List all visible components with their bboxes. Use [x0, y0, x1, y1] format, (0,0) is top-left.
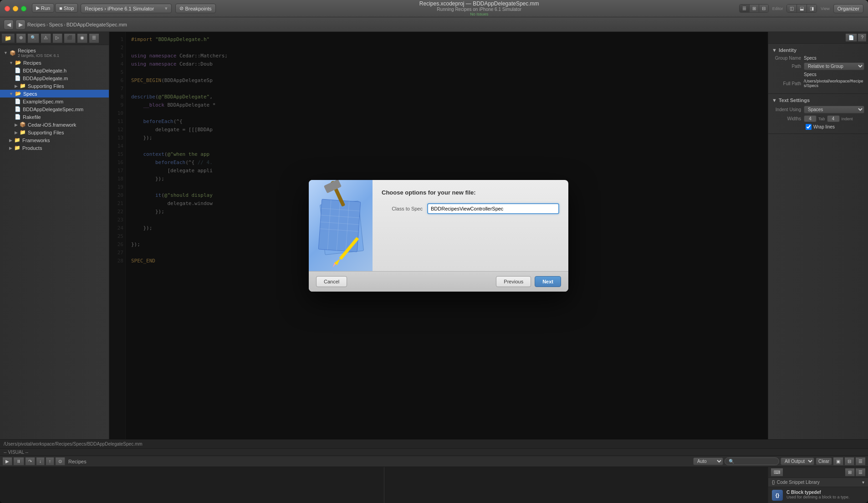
debug-play-button[interactable]: ▶ — [3, 457, 12, 465]
nav-forward-button[interactable]: ▶ — [15, 20, 26, 30]
folder-icon: 📁 — [14, 145, 20, 151]
folder-icon: 📁 — [14, 137, 20, 143]
breakpoint-nav-tab[interactable]: ◉ — [77, 34, 87, 43]
sidebar-item-bdddelegate-h[interactable]: 📄 BDDAppDelegate.h — [0, 67, 109, 74]
layout-btn-2[interactable]: ⊟ — [845, 457, 854, 465]
run-button[interactable]: ▶ Run — [32, 3, 54, 13]
log-nav-tab[interactable]: ☰ — [89, 34, 99, 43]
path-select[interactable]: Relative to Group — [804, 62, 864, 70]
layout-btn-3[interactable]: ☰ — [856, 457, 865, 465]
minimize-button[interactable] — [13, 6, 18, 11]
breadcrumb: Recipes › Specs › BDDAppDelegateSpec.mm — [27, 22, 127, 27]
nav-back-button[interactable]: ◀ — [4, 20, 14, 30]
assistant-editor-button[interactable]: ⊞ — [750, 5, 759, 12]
file-icon: 📄 — [15, 98, 21, 104]
find-nav-tab[interactable]: 🔍 — [28, 34, 39, 43]
width-inputs: Tab Indent — [804, 115, 864, 122]
snippet-icon-0: {} — [772, 490, 783, 501]
test-nav-tab[interactable]: ▷ — [53, 34, 62, 43]
debug-step-out-button[interactable]: ↑ — [46, 457, 54, 465]
hide-inspector-button[interactable]: ◨ — [807, 5, 817, 12]
close-button[interactable] — [5, 6, 10, 11]
version-editor-button[interactable]: ⊟ — [759, 5, 768, 12]
snippet-library-header: {} Code Snippet Library ▾ — [768, 478, 868, 487]
modal-title: Choose options for your new file: — [382, 189, 559, 196]
next-button[interactable]: Next — [535, 276, 561, 287]
breadcrumb-recipes[interactable]: Recipes — [27, 22, 46, 27]
sidebar-item-supporting-files-2[interactable]: ▶ 📁 Supporting Files — [0, 128, 109, 136]
snippet-item-0[interactable]: {} C Block typedef Used for defining a b… — [768, 487, 868, 503]
scheme-selector[interactable]: Recipes › iPhone 6.1 Simulator ▾ — [81, 4, 172, 13]
sidebar-item-bddspec[interactable]: 📄 BDDAppDelegateSpec.mm — [0, 105, 109, 113]
sidebar-item-bdddelegate-m[interactable]: 📄 BDDAppDelegate.m — [0, 74, 109, 82]
sidebar-item-specs[interactable]: ▼ 📂 Specs — [0, 90, 109, 98]
breakpoints-button[interactable]: ⊘ Breakpoints — [175, 4, 215, 13]
hide-navigator-button[interactable]: ◫ — [787, 5, 797, 12]
issue-nav-tab[interactable]: ⚠ — [41, 34, 51, 43]
blueprint-graphic — [311, 180, 370, 271]
secondary-toolbar: ◀ ▶ Recipes › Specs › BDDAppDelegateSpec… — [0, 17, 868, 32]
debug-location-button[interactable]: ⊙ — [56, 457, 65, 465]
class-to-spec-input[interactable] — [427, 203, 559, 214]
quick-help-tab[interactable]: ? — [858, 34, 866, 41]
modal-field-row: Class to Spec — [382, 203, 559, 214]
breadcrumb-specs[interactable]: Specs — [49, 22, 63, 27]
maximize-button[interactable] — [21, 6, 26, 11]
organizer-button[interactable]: Organizer — [833, 4, 863, 13]
search-input[interactable] — [725, 457, 779, 465]
folder-icon: 📁 — [20, 83, 26, 89]
debug-pause-button[interactable]: ⏸ — [14, 457, 24, 465]
dropdown-icon: ▾ — [165, 5, 168, 11]
sidebar-item-examplespec[interactable]: 📄 ExampleSpec.mm — [0, 98, 109, 105]
indent-using-select[interactable]: Spaces — [804, 106, 864, 113]
bottom-area: /Users/pivotal/workspace/Recipes/Specs/B… — [0, 439, 868, 503]
editor-mode-segment: ☰ ⊞ ⊟ — [739, 4, 769, 13]
path-row: Path Relative to Group — [772, 62, 864, 70]
project-nav-tab[interactable]: 📁 — [2, 34, 15, 43]
tab-width-input[interactable] — [804, 115, 817, 122]
modal-footer: Cancel Previous Next — [309, 271, 568, 292]
sidebar-item-products[interactable]: ▶ 📁 Products — [0, 144, 109, 152]
sidebar-item-rakefile[interactable]: 📄 Rakefile — [0, 113, 109, 121]
project-icon: 📦 — [10, 50, 16, 56]
breadcrumb-file[interactable]: BDDAppDelegateSpec.mm — [66, 22, 127, 27]
expand-arrow: ▼ — [4, 51, 8, 55]
debug-step-over-button[interactable]: ↷ — [26, 457, 35, 465]
clear-button[interactable]: Clear — [816, 457, 832, 465]
standard-editor-button[interactable]: ☰ — [740, 5, 750, 12]
stop-button[interactable]: ■ Stop — [55, 3, 78, 13]
hide-debug-button[interactable]: ⬓ — [797, 5, 807, 12]
snippet-icon-btn[interactable]: ⌨ — [771, 468, 783, 476]
debug-step-into-button[interactable]: ↓ — [36, 457, 45, 465]
nav-button-group: Previous Next — [496, 276, 561, 287]
indent-width-input[interactable] — [827, 115, 840, 122]
text-settings-header: ▼ Text Settings — [772, 98, 864, 103]
list-view-btn[interactable]: ☰ — [856, 468, 865, 476]
svg-rect-10 — [324, 180, 342, 193]
full-path-row: Full Path /Users/pivotal/workspace/Recip… — [772, 79, 864, 88]
layout-btn-1[interactable]: ▣ — [833, 457, 843, 465]
symbol-nav-tab[interactable]: ⊕ — [16, 34, 26, 43]
sidebar-item-cedar-framework[interactable]: ▶ 📦 Cedar-iOS.framework — [0, 121, 109, 128]
folder-icon: 📂 — [15, 91, 21, 97]
debug-nav-tab[interactable]: ⬛ — [64, 34, 76, 43]
right-inspector-panel: 📄 ? ▼ Identity Group Name Specs Path Rel… — [768, 32, 868, 439]
stop-icon: ■ — [59, 5, 62, 11]
framework-icon: 📦 — [20, 122, 26, 128]
wrap-lines-checkbox[interactable] — [806, 124, 812, 130]
sidebar-item-supporting-files[interactable]: ▶ 📁 Supporting Files — [0, 82, 109, 90]
sidebar: 📁 ⊕ 🔍 ⚠ ▷ ⬛ ◉ ☰ ▼ 📦 Recipes 2 targets, i… — [0, 32, 109, 439]
auto-select[interactable]: Auto — [693, 457, 723, 465]
file-inspector-tab[interactable]: 📄 — [846, 34, 857, 41]
cancel-button[interactable]: Cancel — [316, 276, 347, 287]
previous-button[interactable]: Previous — [496, 276, 531, 287]
bottom-toolbar: ▶ ⏸ ↷ ↓ ↑ ⊙ Recipes Auto All Output Clea… — [0, 456, 868, 467]
main-window: ▶ Run ■ Stop Recipes › iPhone 6.1 Simula… — [0, 0, 868, 503]
output-select[interactable]: All Output — [781, 457, 814, 465]
wrap-lines-row: Wrap lines — [772, 124, 864, 130]
sidebar-item-recipes-group[interactable]: ▼ 📂 Recipes — [0, 59, 109, 67]
sidebar-item-recipes-root[interactable]: ▼ 📦 Recipes 2 targets, iOS SDK 6.1 — [0, 45, 109, 59]
file-icon: 📄 — [15, 67, 21, 73]
sidebar-item-frameworks[interactable]: ▶ 📁 Frameworks — [0, 136, 109, 144]
grid-view-btn[interactable]: ⊞ — [845, 468, 855, 476]
